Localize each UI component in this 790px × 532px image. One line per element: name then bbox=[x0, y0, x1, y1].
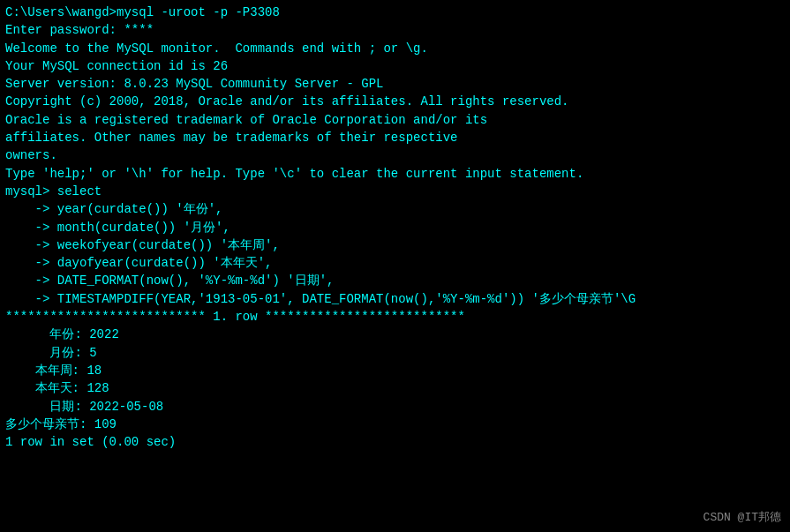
terminal-line: 月份: 5 bbox=[5, 344, 785, 362]
terminal-output: C:\Users\wangd>mysql -uroot -p -P3308Ent… bbox=[5, 4, 785, 451]
terminal-line: -> year(curdate()) '年份', bbox=[5, 200, 785, 218]
terminal-line: Server version: 8.0.23 MySQL Community S… bbox=[5, 75, 785, 93]
terminal-line: -> TIMESTAMPDIFF(YEAR,'1913-05-01', DATE… bbox=[5, 290, 785, 308]
terminal-line: 日期: 2022-05-08 bbox=[5, 398, 785, 416]
terminal-line: affiliates. Other names may be trademark… bbox=[5, 129, 785, 146]
terminal-line: *************************** 1. row *****… bbox=[5, 308, 785, 326]
terminal-line: -> DATE_FORMAT(now(), '%Y-%m-%d') '日期', bbox=[5, 272, 785, 289]
terminal-line: Copyright (c) 2000, 2018, Oracle and/or … bbox=[5, 93, 785, 110]
terminal-line: Your MySQL connection id is 26 bbox=[5, 57, 785, 75]
watermark: CSDN @IT邦德 bbox=[703, 509, 781, 525]
terminal-window: C:\Users\wangd>mysql -uroot -p -P3308Ent… bbox=[0, 0, 790, 532]
terminal-line: 1 row in set (0.00 sec) bbox=[5, 433, 785, 451]
terminal-line: -> weekofyear(curdate()) '本年周', bbox=[5, 236, 785, 254]
terminal-line: 本年周: 18 bbox=[5, 362, 785, 379]
terminal-line: C:\Users\wangd>mysql -uroot -p -P3308 bbox=[5, 4, 785, 21]
terminal-line: 多少个母亲节: 109 bbox=[5, 416, 785, 433]
terminal-line: -> dayofyear(curdate()) '本年天', bbox=[5, 254, 785, 272]
terminal-line: 本年天: 128 bbox=[5, 379, 785, 397]
terminal-line: Welcome to the MySQL monitor. Commands e… bbox=[5, 40, 785, 57]
terminal-line: Oracle is a registered trademark of Orac… bbox=[5, 111, 785, 129]
terminal-line: owners. bbox=[5, 146, 785, 164]
terminal-line: 年份: 2022 bbox=[5, 326, 785, 343]
terminal-line: Enter password: **** bbox=[5, 21, 785, 39]
terminal-line: -> month(curdate()) '月份', bbox=[5, 219, 785, 236]
terminal-line: Type 'help;' or '\h' for help. Type '\c'… bbox=[5, 165, 785, 183]
terminal-line: mysql> select bbox=[5, 183, 785, 200]
